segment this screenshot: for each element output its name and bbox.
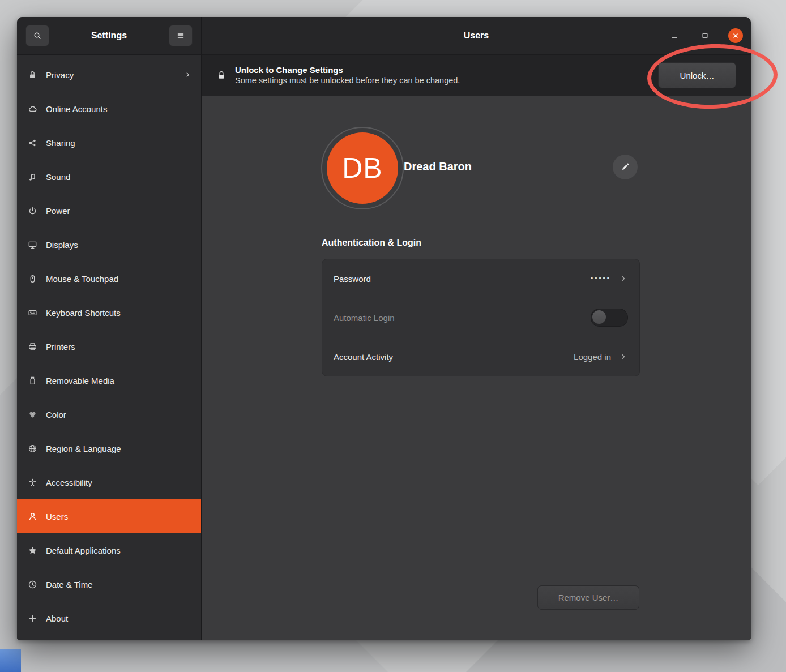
sidebar-item-removable-media[interactable]: Removable Media [17, 363, 201, 397]
close-icon [732, 32, 740, 40]
sidebar-item-displays[interactable]: Displays [17, 228, 201, 262]
pencil-icon [621, 162, 630, 172]
banner-lock-icon [216, 70, 227, 80]
avatar-ring: DB [321, 127, 404, 209]
sidebar-item-sound[interactable]: Sound [17, 160, 201, 194]
sidebar-item-label: Accessibility [46, 478, 92, 487]
power-icon [28, 206, 37, 216]
maximize-button[interactable] [698, 28, 712, 43]
sidebar: Settings Privacy Online Accounts [17, 17, 202, 640]
sidebar-item-label: Privacy [46, 70, 74, 80]
sidebar-item-label: Printers [46, 342, 75, 352]
sidebar-item-label: Keyboard Shortcuts [46, 308, 121, 318]
banner-subtitle: Some settings must be unlocked before th… [235, 75, 460, 86]
sidebar-item-label: About [46, 614, 68, 623]
sidebar-item-default-applications[interactable]: Default Applications [17, 533, 201, 567]
edit-name-button[interactable] [613, 155, 638, 179]
desktop-corner-window [0, 649, 21, 672]
sidebar-item-date-time[interactable]: Date & Time [17, 567, 201, 601]
color-swatch-icon [28, 410, 37, 420]
sidebar-nav: Privacy Online Accounts Sharing Sound [17, 55, 201, 638]
keyboard-icon [28, 308, 37, 318]
desktop-background: Settings Privacy Online Accounts [0, 0, 786, 672]
sidebar-item-label: Users [46, 512, 68, 521]
lock-icon [28, 70, 37, 80]
chevron-right-icon [619, 352, 628, 361]
sidebar-item-label: Color [46, 410, 66, 420]
user-full-name: Dread Baron [404, 160, 472, 173]
star-icon [28, 546, 37, 555]
account-activity-value: Logged in [574, 352, 611, 362]
sidebar-item-label: Displays [46, 240, 78, 250]
sidebar-item-label: Removable Media [46, 376, 114, 386]
sidebar-item-power[interactable]: Power [17, 194, 201, 228]
avatar[interactable]: DB [327, 132, 398, 204]
sparkle-icon [28, 614, 37, 623]
maximize-icon [700, 31, 710, 40]
sidebar-item-online-accounts[interactable]: Online Accounts [17, 92, 201, 126]
sidebar-item-printers[interactable]: Printers [17, 329, 201, 363]
clock-icon [28, 580, 37, 589]
sidebar-item-region-language[interactable]: Region & Language [17, 431, 201, 465]
close-button[interactable] [728, 28, 743, 43]
unlock-button[interactable]: Unlock… [658, 62, 736, 88]
sidebar-item-keyboard-shortcuts[interactable]: Keyboard Shortcuts [17, 296, 201, 329]
unlock-banner: Unlock to Change Settings Some settings … [202, 55, 751, 96]
banner-title: Unlock to Change Settings [235, 65, 460, 76]
banner-text: Unlock to Change Settings Some settings … [235, 65, 460, 86]
usb-drive-icon [28, 376, 37, 386]
search-icon [33, 31, 42, 40]
mouse-icon [28, 274, 37, 284]
music-note-icon [28, 172, 37, 182]
sidebar-item-users[interactable]: Users [17, 499, 201, 533]
display-icon [28, 240, 37, 250]
users-icon [28, 512, 37, 521]
sidebar-item-about[interactable]: About [17, 601, 201, 635]
remove-user-button[interactable]: Remove User… [537, 585, 639, 610]
automatic-login-toggle[interactable] [591, 309, 628, 327]
sidebar-item-label: Region & Language [46, 444, 121, 453]
users-panel: DB Dread Baron Authentication & Login Pa… [202, 96, 751, 640]
automatic-login-row: Automatic Login [322, 298, 639, 337]
password-dots: ••••• [591, 275, 611, 283]
account-activity-label: Account Activity [334, 352, 393, 362]
password-row[interactable]: Password ••••• [322, 259, 639, 298]
toggle-knob [592, 310, 606, 324]
chevron-right-icon [619, 274, 628, 283]
sidebar-item-label: Date & Time [46, 580, 93, 589]
sidebar-item-color[interactable]: Color [17, 397, 201, 431]
globe-icon [28, 444, 37, 453]
sidebar-item-label: Sharing [46, 138, 75, 148]
sidebar-item-mouse-touchpad[interactable]: Mouse & Touchpad [17, 262, 201, 296]
headerbar: Users [202, 17, 751, 55]
share-icon [28, 138, 37, 148]
sidebar-item-sharing[interactable]: Sharing [17, 126, 201, 160]
sidebar-item-label: Default Applications [46, 546, 121, 555]
cloud-icon [28, 104, 37, 114]
sidebar-item-accessibility[interactable]: Accessibility [17, 465, 201, 499]
minimize-icon [670, 31, 679, 40]
minimize-button[interactable] [667, 28, 682, 43]
sidebar-item-label: Power [46, 206, 70, 216]
printer-icon [28, 342, 37, 352]
primary-menu-button[interactable] [169, 25, 193, 46]
search-button[interactable] [25, 25, 49, 46]
automatic-login-label: Automatic Login [334, 313, 395, 323]
sidebar-header: Settings [17, 17, 201, 55]
account-activity-row[interactable]: Account Activity Logged in [322, 337, 639, 376]
password-label: Password [334, 274, 371, 284]
main-pane: Users Unlock t [202, 17, 751, 640]
window-controls [667, 28, 743, 43]
auth-section-heading: Authentication & Login [322, 238, 421, 248]
sidebar-item-privacy[interactable]: Privacy [17, 58, 201, 92]
sidebar-item-label: Sound [46, 172, 70, 182]
sidebar-item-label: Online Accounts [46, 104, 107, 114]
settings-window: Settings Privacy Online Accounts [17, 17, 751, 640]
chevron-right-icon [184, 71, 192, 79]
accessibility-icon [28, 478, 37, 487]
hamburger-menu-icon [176, 31, 185, 40]
sidebar-item-label: Mouse & Touchpad [46, 274, 118, 284]
auth-list: Password ••••• Automatic Login Acc [322, 259, 640, 376]
